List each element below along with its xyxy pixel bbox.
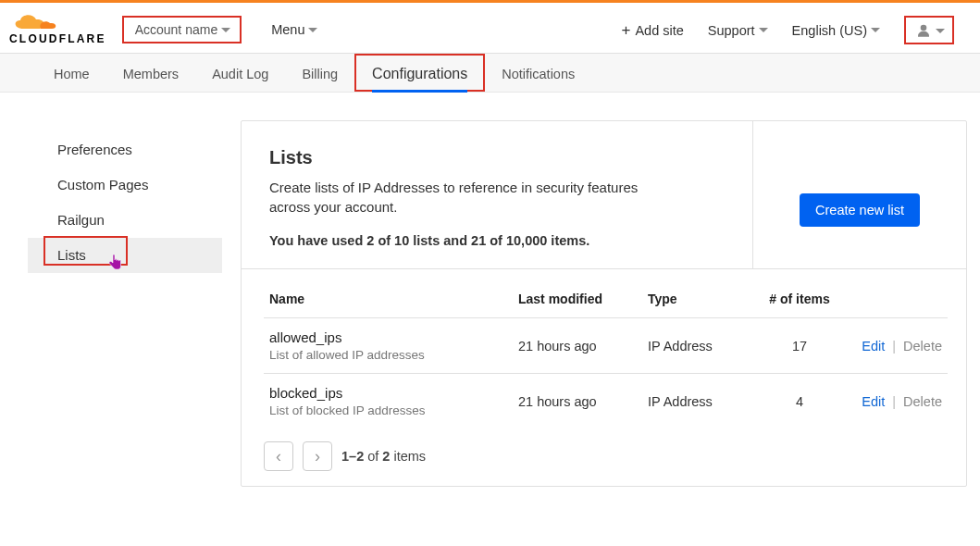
- delete-link[interactable]: Delete: [903, 339, 942, 354]
- next-page-button[interactable]: ›: [303, 441, 332, 471]
- svg-point-0: [921, 25, 927, 31]
- sidebar-item-custom-pages[interactable]: Custom Pages: [28, 168, 222, 203]
- panel-header: Lists Create lists of IP Addresses to re…: [242, 121, 966, 269]
- sidebar-item-lists-wrap: Lists: [28, 238, 222, 273]
- menu-label: Menu: [271, 22, 304, 37]
- row-last-modified: 21 hours ago: [513, 374, 642, 429]
- edit-link[interactable]: Edit: [862, 394, 885, 409]
- panel-header-left: Lists Create lists of IP Addresses to re…: [242, 121, 753, 268]
- row-items: 4: [763, 374, 837, 429]
- tab-configurations-label: Configurations: [372, 66, 467, 93]
- sidebar-item-lists[interactable]: Lists: [28, 238, 222, 273]
- sidebar-item-railgun[interactable]: Railgun: [28, 203, 222, 238]
- caret-down-icon: [759, 28, 768, 32]
- brand-name: CLOUDFLARE: [9, 32, 106, 45]
- tab-audit-log[interactable]: Audit Log: [195, 54, 285, 92]
- plus-icon: +: [621, 21, 630, 40]
- lists-table: Name Last modified Type # of items allow…: [242, 269, 966, 486]
- caret-down-icon: [936, 29, 945, 33]
- tab-home[interactable]: Home: [37, 54, 106, 92]
- create-new-list-button[interactable]: Create new list: [800, 193, 920, 227]
- cursor-pointer-icon: [108, 254, 121, 272]
- col-items: # of items: [763, 269, 837, 318]
- panel-title: Lists: [269, 147, 725, 168]
- row-name: blocked_ips: [269, 385, 507, 401]
- header-actions: + Add site Support English (US): [621, 16, 954, 44]
- pagination-label: 1–2 of 2 items: [341, 449, 426, 464]
- delete-link[interactable]: Delete: [903, 394, 942, 409]
- action-divider: |: [892, 339, 896, 354]
- col-name: Name: [264, 269, 513, 318]
- cloudflare-cloud-icon: [9, 12, 63, 32]
- support-label: Support: [708, 23, 755, 38]
- pagination: ‹ › 1–2 of 2 items: [264, 428, 948, 471]
- add-site-label: Add site: [635, 23, 683, 38]
- top-header: CLOUDFLARE Account name Menu + Add site …: [0, 3, 980, 54]
- row-name: allowed_ips: [269, 329, 507, 345]
- main-panel: Lists Create lists of IP Addresses to re…: [241, 120, 967, 487]
- table-row: blocked_ips List of blocked IP addresses…: [264, 374, 948, 429]
- row-last-modified: 21 hours ago: [513, 318, 642, 374]
- user-menu[interactable]: [904, 16, 954, 44]
- language-dropdown[interactable]: English (US): [792, 23, 880, 38]
- chevron-right-icon: ›: [315, 447, 320, 466]
- account-dropdown[interactable]: Account name: [122, 16, 242, 43]
- menu-dropdown[interactable]: Menu: [271, 22, 317, 37]
- add-site-button[interactable]: + Add site: [621, 21, 683, 40]
- caret-down-icon: [871, 28, 880, 32]
- content: Preferences Custom Pages Railgun Lists L…: [0, 93, 980, 496]
- account-tabs: Home Members Audit Log Billing Configura…: [0, 54, 980, 93]
- language-label: English (US): [792, 23, 867, 38]
- chevron-left-icon: ‹: [276, 447, 281, 466]
- table-row: allowed_ips List of allowed IP addresses…: [264, 318, 948, 374]
- panel-description: Create lists of IP Addresses to referenc…: [269, 178, 658, 217]
- caret-down-icon: [221, 28, 230, 32]
- sidebar-item-preferences[interactable]: Preferences: [28, 132, 222, 168]
- row-desc: List of allowed IP addresses: [269, 348, 507, 362]
- caret-down-icon: [308, 28, 317, 32]
- row-items: 17: [763, 318, 837, 374]
- edit-link[interactable]: Edit: [862, 339, 885, 354]
- action-divider: |: [892, 394, 896, 409]
- col-actions: [837, 269, 948, 318]
- tab-notifications[interactable]: Notifications: [485, 54, 591, 92]
- user-icon: [915, 22, 932, 39]
- row-desc: List of blocked IP addresses: [269, 403, 507, 417]
- tab-billing[interactable]: Billing: [285, 54, 354, 92]
- sidebar: Preferences Custom Pages Railgun Lists: [28, 120, 222, 273]
- col-type: Type: [642, 269, 763, 318]
- row-type: IP Address: [642, 318, 763, 374]
- panel-usage: You have used 2 of 10 lists and 21 of 10…: [269, 233, 725, 248]
- tab-members[interactable]: Members: [106, 54, 195, 92]
- logo[interactable]: CLOUDFLARE: [9, 12, 106, 45]
- account-dropdown-label: Account name: [135, 22, 218, 37]
- panel-header-right: Create new list: [753, 121, 966, 268]
- prev-page-button[interactable]: ‹: [264, 441, 293, 471]
- support-dropdown[interactable]: Support: [708, 23, 768, 38]
- row-type: IP Address: [642, 374, 763, 429]
- tab-configurations[interactable]: Configurations: [354, 54, 485, 92]
- col-last-modified: Last modified: [513, 269, 642, 318]
